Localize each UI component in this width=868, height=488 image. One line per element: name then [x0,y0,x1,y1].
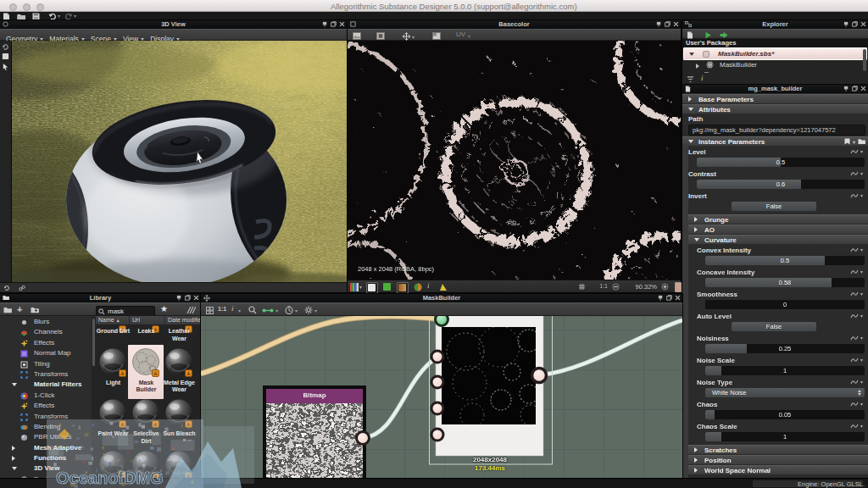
float-icon[interactable] [665,21,670,27]
new-file-icon[interactable] [3,13,10,20]
slider-chaos-scale[interactable]: 1 [705,432,865,441]
close-icon[interactable] [673,21,679,27]
graph-settings-icon[interactable] [304,306,313,314]
column-name[interactable]: Name ▲ [95,316,129,325]
2d-view-titlebar[interactable]: Basecolor [348,20,681,29]
graph-link-icon[interactable] [262,308,274,313]
float-icon[interactable] [852,21,858,27]
slider-noise-scale[interactable]: 1 [705,366,865,375]
group-header-base-parameters[interactable]: Base Parameters [682,94,868,103]
node-input-pin-3[interactable] [431,402,443,414]
collapsed-arrow-icon[interactable] [688,97,692,102]
graph-info-icon[interactable]: i [231,304,234,313]
tree-item-transforms[interactable]: Transforms [0,369,92,380]
undo-caret[interactable]: ▾ [58,13,60,19]
graph-link-caret[interactable]: ▾ [275,308,278,313]
collapsed-arrow-icon[interactable] [694,227,698,232]
2d-transform-icon[interactable] [402,32,411,41]
3d-viewport[interactable] [12,41,347,282]
graph-canvas[interactable]: Bitmap 2048x2048 173.44ms [201,316,682,478]
channel-split-icon[interactable] [414,283,422,291]
scrollbar-thumb[interactable] [92,319,95,366]
function-icon[interactable]: ▾ [850,335,863,341]
tree-item-3d-view[interactable]: 3D View [0,463,92,474]
flag-icon[interactable] [439,283,448,291]
tree-item-functions[interactable]: Functions [0,453,92,463]
preset-caret[interactable]: ▾ [853,138,855,147]
close-icon[interactable] [860,86,866,92]
explorer-graph-row[interactable]: MaskBuilder [682,59,868,70]
library-add-icon[interactable]: + [17,304,22,314]
expanded-arrow-icon[interactable] [688,108,693,111]
slider-smoothness[interactable]: 0 [705,300,865,309]
float-icon[interactable] [852,86,858,92]
close-icon[interactable] [339,21,345,27]
float-icon[interactable] [331,21,337,27]
3d-link-icon[interactable] [19,285,25,291]
graph-titlebar[interactable]: MaskBuilder [201,294,682,302]
tree-item-channels[interactable]: Channels [0,327,92,337]
tree-item-mesh-adaptive[interactable]: Mesh Adaptive [0,443,92,453]
slider-concave-intensity[interactable]: 0.58 [705,278,865,287]
tree-item-normal-map[interactable]: Normal Map [0,348,92,358]
group-header-ao[interactable]: AO [688,225,868,234]
tree-item-1-click[interactable]: 1-Click [0,391,92,401]
node-top-pin[interactable] [436,316,448,326]
tree-item-blending[interactable]: Blending [0,422,92,432]
slider-contrast[interactable]: 0.6 [697,180,865,189]
info-mini-icon[interactable]: i [701,74,704,82]
tree-item-pbr-utilities[interactable]: PBR Utilities [0,432,92,442]
2d-transform-caret[interactable]: ▾ [412,34,415,40]
function-icon[interactable]: ▾ [850,401,863,408]
function-icon[interactable]: ▾ [850,247,863,253]
slider-convex-intensity[interactable]: 0.5 [705,256,865,265]
group-header-attributes[interactable]: Attributes [682,104,868,114]
explorer-package-row[interactable]: MaskBuilder.sbs* [683,47,867,60]
pin-icon[interactable] [656,21,662,27]
column-url[interactable]: Url [129,316,164,325]
pin-icon[interactable] [843,21,849,27]
close-window-button[interactable] [9,3,17,11]
2d-canvas[interactable]: 2048 x 2048 (RGBA, 8bpc) [348,41,681,280]
slider-level[interactable]: 0.5 [697,158,865,167]
window-titlebar[interactable]: Allegorithmic Substance Designer 5.0.0 (… [0,0,868,12]
library-add-folder-icon[interactable] [31,307,39,313]
zoom-window-button[interactable] [36,3,44,11]
node-input-pin-4[interactable] [431,429,443,441]
close-icon[interactable] [675,295,681,301]
tree-item-tiling[interactable]: Tiling [0,359,92,369]
2d-uv-caret[interactable]: ▾ [468,33,470,39]
explorer-export-icon[interactable] [720,31,728,39]
info-icon[interactable]: i [427,281,430,290]
group-header-grunge[interactable]: Grunge [688,214,868,224]
channel-white-box[interactable] [366,282,378,294]
graph-expand-arrow[interactable] [696,64,699,69]
undo-icon[interactable] [48,13,57,20]
node-input-pin-1[interactable] [431,351,443,363]
tree-item-effects[interactable]: Effects [0,338,92,348]
2d-zoom-value[interactable]: 90.32% [636,283,657,291]
function-icon[interactable]: ▾ [850,148,863,155]
group-header-curvature[interactable]: Curvature [688,235,868,244]
graph-search-icon[interactable] [248,306,257,314]
2d-scale-label[interactable]: 1:1 [599,283,608,289]
channel-green-chip[interactable] [383,283,391,291]
collapsed-arrow-icon[interactable] [694,458,698,463]
node-mask-builder[interactable] [430,316,553,464]
toggle-auto-level[interactable]: False [732,322,816,331]
tree-item-blurs[interactable]: Blurs [0,317,92,327]
close-icon[interactable] [193,295,199,301]
column-date-modified[interactable]: Date modified [164,316,201,325]
node-output-pin[interactable] [532,369,547,383]
toggle-invert[interactable]: False [732,202,816,211]
save-icon[interactable] [32,13,40,20]
group-header-position[interactable]: Position [688,455,868,464]
library-search-field[interactable]: mask [96,306,155,317]
explorer-scrollbar[interactable] [863,49,866,71]
group-header-world-space-normal[interactable]: World Space Normal [688,465,868,474]
path-field[interactable]: pkg://mg_mask_builder?dependency=1217047… [688,125,865,136]
collapsed-arrow-icon[interactable] [694,468,698,473]
bitmap-output-pin[interactable] [357,432,370,445]
redo-caret[interactable]: ▾ [74,13,76,19]
2d-tiling-icon[interactable] [376,32,385,40]
